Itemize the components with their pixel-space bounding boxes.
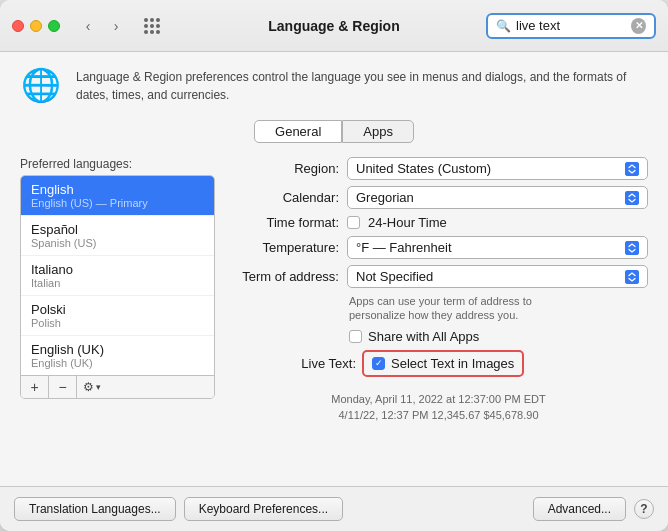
lang-list: English English (US) — Primary Español S… [21, 176, 214, 375]
minimize-button[interactable] [30, 20, 42, 32]
share-checkbox[interactable] [349, 330, 362, 343]
lang-sub: English (US) — Primary [31, 197, 204, 209]
temperature-dropdown[interactable]: °F — Fahrenheit [347, 236, 648, 259]
window-title: Language & Region [268, 18, 399, 34]
description-text: Language & Region preferences control th… [76, 68, 648, 104]
lang-controls: + − ⚙ ▾ [21, 375, 214, 398]
date-line2: 4/11/22, 12:37 PM 12,345.67 $45,678.90 [229, 407, 648, 424]
term-value: Not Specified [356, 269, 433, 284]
search-clear-button[interactable]: ✕ [631, 18, 646, 34]
titlebar: ‹ › Language & Region 🔍 ✕ [0, 0, 668, 52]
calendar-dropdown[interactable]: Gregorian [347, 186, 648, 209]
keyboard-preferences-button[interactable]: Keyboard Preferences... [184, 497, 343, 521]
svg-rect-3 [625, 270, 639, 284]
language-options-button[interactable]: ⚙ ▾ [77, 376, 107, 398]
list-item[interactable]: Italiano Italian [21, 256, 214, 296]
list-item[interactable]: Español Spanish (US) [21, 216, 214, 256]
globe-icon: 🌐 [20, 64, 62, 106]
time-format-label: Time format: [229, 215, 339, 230]
bottom-bar: Translation Languages... Keyboard Prefer… [0, 486, 668, 531]
calendar-value: Gregorian [356, 190, 414, 205]
term-dropdown[interactable]: Not Specified [347, 265, 648, 288]
date-preview: Monday, April 11, 2022 at 12:37:00 PM ED… [229, 391, 648, 424]
svg-rect-0 [625, 162, 639, 176]
share-label: Share with All Apps [368, 329, 479, 344]
lang-name: Italiano [31, 262, 204, 277]
24hour-label: 24-Hour Time [368, 215, 447, 230]
chevron-down-icon [625, 270, 639, 284]
list-item[interactable]: Polski Polish [21, 296, 214, 336]
lang-list-label: Preferred languages: [20, 157, 215, 171]
temperature-value: °F — Fahrenheit [356, 240, 452, 255]
calendar-row: Calendar: Gregorian [229, 186, 648, 209]
live-text-checkbox[interactable]: ✓ [372, 357, 385, 370]
chevron-down-icon: ▾ [96, 382, 101, 392]
term-label: Term of address: [229, 269, 339, 284]
lang-name: English [31, 182, 204, 197]
share-row: Share with All Apps [349, 329, 648, 344]
search-box: 🔍 ✕ [486, 13, 656, 39]
lang-name: English (UK) [31, 342, 204, 357]
region-row: Region: United States (Custom) [229, 157, 648, 180]
lang-sub: Spanish (US) [31, 237, 204, 249]
lang-sub: Polish [31, 317, 204, 329]
nav-buttons: ‹ › [76, 14, 128, 38]
add-language-button[interactable]: + [21, 376, 49, 398]
gear-icon: ⚙ [83, 380, 94, 394]
traffic-lights [12, 20, 60, 32]
lang-name: Polski [31, 302, 204, 317]
live-text-value: Select Text in Images [391, 356, 514, 371]
list-item[interactable]: English English (US) — Primary [21, 176, 214, 216]
translation-languages-button[interactable]: Translation Languages... [14, 497, 176, 521]
list-item[interactable]: English (UK) English (UK) [21, 336, 214, 375]
date-line1: Monday, April 11, 2022 at 12:37:00 PM ED… [229, 391, 648, 408]
grid-icon[interactable] [140, 14, 164, 38]
time-format-row: Time format: 24-Hour Time [229, 215, 648, 230]
main-panel: Preferred languages: English English (US… [20, 157, 648, 474]
chevron-down-icon [625, 191, 639, 205]
back-button[interactable]: ‹ [76, 14, 100, 38]
tab-apps[interactable]: Apps [342, 120, 414, 143]
forward-button[interactable]: › [104, 14, 128, 38]
live-text-label: Live Text: [301, 356, 356, 371]
live-text-section: ✓ Select Text in Images [362, 350, 524, 377]
search-input[interactable] [516, 18, 626, 33]
region-value: United States (Custom) [356, 161, 491, 176]
lang-list-wrapper: English English (US) — Primary Español S… [20, 175, 215, 399]
term-row: Term of address: Not Specified [229, 265, 648, 288]
tab-general[interactable]: General [254, 120, 342, 143]
lang-sub: Italian [31, 277, 204, 289]
live-text-container: Live Text: ✓ Select Text in Images [301, 350, 648, 377]
calendar-label: Calendar: [229, 190, 339, 205]
svg-rect-1 [625, 191, 639, 205]
temperature-row: Temperature: °F — Fahrenheit [229, 236, 648, 259]
lang-name: Español [31, 222, 204, 237]
close-button[interactable] [12, 20, 24, 32]
settings-panel: Region: United States (Custom) Calendar:… [229, 157, 648, 474]
maximize-button[interactable] [48, 20, 60, 32]
region-label: Region: [229, 161, 339, 176]
remove-language-button[interactable]: − [49, 376, 77, 398]
advanced-button[interactable]: Advanced... [533, 497, 626, 521]
24hour-checkbox[interactable] [347, 216, 360, 229]
help-button[interactable]: ? [634, 499, 654, 519]
language-panel: Preferred languages: English English (US… [20, 157, 215, 474]
chevron-down-icon [625, 241, 639, 255]
window: ‹ › Language & Region 🔍 ✕ 🌐 Language & R… [0, 0, 668, 531]
description-row: 🌐 Language & Region preferences control … [20, 64, 648, 106]
search-icon: 🔍 [496, 19, 511, 33]
term-note: Apps can use your term of address to per… [349, 294, 569, 323]
svg-rect-2 [625, 241, 639, 255]
lang-sub: English (UK) [31, 357, 204, 369]
tabs-row: General Apps [20, 120, 648, 143]
content-area: 🌐 Language & Region preferences control … [0, 52, 668, 486]
temperature-label: Temperature: [229, 240, 339, 255]
region-dropdown[interactable]: United States (Custom) [347, 157, 648, 180]
chevron-down-icon [625, 162, 639, 176]
